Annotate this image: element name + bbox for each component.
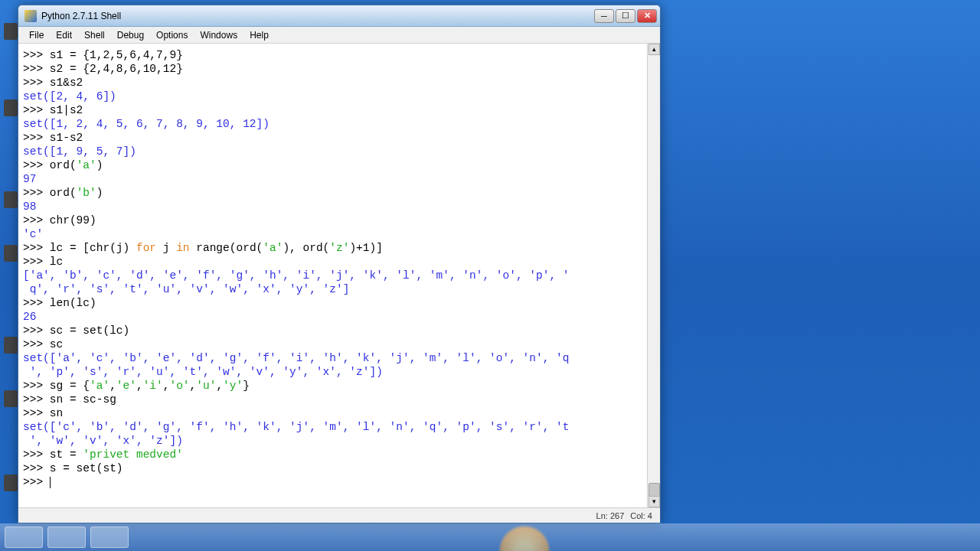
menu-windows[interactable]: Windows	[194, 28, 243, 42]
scrollbar[interactable]: ▴ ▾	[647, 44, 660, 507]
scroll-down-button[interactable]: ▾	[648, 496, 660, 507]
status-line: Ln: 267	[596, 511, 625, 520]
shell-output[interactable]: >>> s1 = {1,2,5,6,4,7,9} >>> s2 = {2,4,8…	[18, 44, 647, 507]
statusbar: Ln: 267 Col: 4	[18, 507, 660, 523]
menu-file[interactable]: File	[23, 28, 50, 42]
menu-edit[interactable]: Edit	[50, 28, 78, 42]
menu-debug[interactable]: Debug	[111, 28, 150, 42]
idle-window: Python 2.7.11 Shell ─ ☐ ✕ File Edit Shel…	[18, 5, 661, 523]
window-title: Python 2.7.11 Shell	[41, 11, 594, 21]
scroll-up-button[interactable]: ▴	[648, 44, 660, 55]
menu-shell[interactable]: Shell	[78, 28, 111, 42]
python-icon	[24, 10, 37, 22]
menu-options[interactable]: Options	[150, 28, 194, 42]
task-item[interactable]	[47, 527, 86, 548]
close-button[interactable]: ✕	[637, 9, 657, 23]
task-item[interactable]	[90, 527, 129, 548]
taskbar[interactable]	[0, 523, 980, 551]
minimize-button[interactable]: ─	[594, 9, 614, 23]
menubar: File Edit Shell Debug Options Windows He…	[18, 27, 660, 44]
titlebar[interactable]: Python 2.7.11 Shell ─ ☐ ✕	[18, 5, 660, 27]
task-item[interactable]	[5, 527, 43, 548]
menu-help[interactable]: Help	[243, 28, 275, 42]
status-col: Col: 4	[630, 511, 652, 520]
maximize-button[interactable]: ☐	[616, 9, 635, 23]
